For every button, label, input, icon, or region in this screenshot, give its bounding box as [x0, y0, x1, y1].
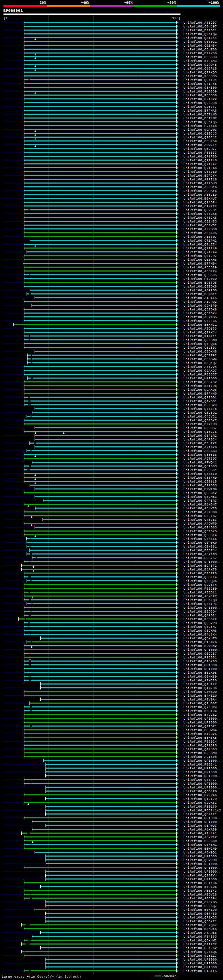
svg-text:UniRef100_P56289: UniRef100_P56289	[184, 587, 217, 591]
svg-text:UniRef100_A9NNB5: UniRef100_A9NNB5	[184, 316, 217, 319]
svg-text:~100%: ~100%	[209, 1, 220, 5]
svg-text:UniRef100_UPI000..: UniRef100_UPI000..	[184, 862, 221, 866]
svg-text:UniRef100_B3RZU6: UniRef100_B3RZU6	[184, 885, 217, 889]
svg-text:UniRef100_Q3HS00: UniRef100_Q3HS00	[184, 86, 217, 90]
svg-text:UniRef100_A8W7I1: UniRef100_A8W7I1	[184, 143, 217, 147]
svg-text:UniRef100_UPI000..: UniRef100_UPI000..	[184, 966, 221, 969]
svg-text:UniRef100_Q9GZV4: UniRef100_Q9GZV4	[184, 874, 217, 877]
svg-text:UniRef100_UPI000..: UniRef100_UPI000..	[184, 759, 221, 763]
svg-text:UniRef100_Q4N7D6: UniRef100_Q4N7D6	[184, 687, 217, 690]
svg-text:UniRef100_UPI000..: UniRef100_UPI000..	[184, 648, 221, 652]
svg-text:UniRef100_Q308L5: UniRef100_Q308L5	[184, 480, 217, 484]
svg-text:UniRef100_B9WIM9: UniRef100_B9WIM9	[184, 488, 217, 491]
svg-text:UniRef100_Q66JR8: UniRef100_Q66JR8	[184, 790, 217, 793]
svg-text:UniRef100_C4R6C4: UniRef100_C4R6C4	[184, 438, 217, 442]
svg-text:UniRef100_Q71F46: UniRef100_Q71F46	[184, 167, 217, 170]
svg-text:UniRef100_C0HJ97: UniRef100_C0HJ97	[184, 25, 217, 29]
svg-text:UniRef100_P63241-2: UniRef100_P63241-2	[184, 809, 221, 813]
svg-text:UniRef100_A7WQ41: UniRef100_A7WQ41	[184, 461, 217, 465]
svg-text:UniRef100_B9FY88: UniRef100_B9FY88	[184, 52, 217, 55]
svg-text:UniRef100_C5FLS7: UniRef100_C5FLS7	[184, 514, 217, 518]
svg-text:196|: 196|	[172, 17, 181, 20]
svg-text:UniRef100_A3LV26: UniRef100_A3LV26	[184, 507, 217, 510]
svg-text:UniRef100_B4FDE1: UniRef100_B4FDE1	[184, 29, 217, 32]
svg-text:UniRef100_C5DXH6: UniRef100_C5DXH6	[184, 350, 217, 353]
svg-text:UniRef100_UPI000..: UniRef100_UPI000..	[184, 767, 221, 770]
svg-text:UniRef100_A8I297: UniRef100_A8I297	[184, 21, 217, 25]
svg-text:UniRef100_Q3ZDK8: UniRef100_Q3ZDK8	[184, 308, 217, 312]
svg-text:UniRef100_P56336: UniRef100_P56336	[184, 94, 217, 97]
svg-text:UniRef100_UPI000..: UniRef100_UPI000..	[184, 817, 221, 820]
svg-text:UniRef100_UPI000..: UniRef100_UPI000..	[184, 606, 221, 610]
svg-text:UniRef100_B5LX05: UniRef100_B5LX05	[184, 671, 217, 675]
svg-text:UniRef100_A2I404: UniRef100_A2I404	[184, 756, 217, 759]
svg-text:|1: |1	[3, 17, 8, 20]
svg-text:UniRef100_B8BWG4: UniRef100_B8BWG4	[184, 729, 217, 732]
svg-text:UniRef100_B6K190: UniRef100_B6K190	[184, 908, 217, 912]
svg-text:UniRef100_C9J7B5: UniRef100_C9J7B5	[184, 901, 217, 904]
svg-text:UniRef100_B4JZP0: UniRef100_B4JZP0	[184, 572, 217, 575]
svg-text:UniRef100_A0CS94: UniRef100_A0CS94	[184, 897, 217, 900]
svg-text:=50char.: =50char.	[162, 975, 179, 978]
svg-text:UniRef100_A9PB16: UniRef100_A9PB16	[184, 186, 217, 189]
svg-text:UniRef100_Q710D1: UniRef100_Q710D1	[184, 396, 217, 399]
svg-text:UniRef100_Q753F8: UniRef100_Q753F8	[184, 407, 217, 411]
svg-text:UniRef100_A7E994: UniRef100_A7E994	[184, 365, 217, 369]
svg-text:UniRef100_Q93VP3: UniRef100_Q93VP3	[184, 622, 217, 625]
svg-text:UniRef100_A1Z3W7: UniRef100_A1Z3W7	[184, 235, 217, 239]
svg-text:UniRef100_Q3S4H9: UniRef100_Q3S4H9	[184, 476, 217, 480]
svg-text:UniRef100_Q10CJ3: UniRef100_Q10CJ3	[184, 132, 217, 135]
svg-text:UniRef100_C5HBN1: UniRef100_C5HBN1	[184, 843, 217, 847]
svg-text:UniRef100_A9PAY6: UniRef100_A9PAY6	[184, 189, 217, 193]
svg-text:UniRef100_UPI000..: UniRef100_UPI000..	[184, 377, 221, 380]
svg-text:UniRef100_Q71F45: UniRef100_Q71F45	[184, 83, 217, 86]
svg-text:UniRef100_B8MGI1: UniRef100_B8MGI1	[184, 293, 217, 296]
svg-text:UniRef100_A8XA59: UniRef100_A8XA59	[184, 828, 217, 832]
svg-text:UniRef100_C6ZHS4: UniRef100_C6ZHS4	[184, 44, 217, 48]
svg-text:UniRef100_A9T3D3: UniRef100_A9T3D3	[184, 457, 217, 461]
svg-text:UniRef100_Q71F49: UniRef100_Q71F49	[184, 247, 217, 250]
svg-text:UniRef100_B3TK36: UniRef100_B3TK36	[184, 881, 217, 885]
svg-text:UniRef100_A8NJF7: UniRef100_A8NJF7	[184, 595, 217, 598]
svg-text:UniRef100_Q2H067: UniRef100_Q2H067	[184, 702, 217, 705]
svg-text:UniRef100_A6YPI2: UniRef100_A6YPI2	[184, 836, 217, 839]
svg-text:UniRef100_B3LB29: UniRef100_B3LB29	[184, 404, 217, 407]
svg-text:UniRef100_A1D4L5: UniRef100_A1D4L5	[184, 296, 217, 300]
svg-text:UniRef100_C6HE56: UniRef100_C6HE56	[184, 538, 217, 541]
svg-text:UniRef100_Q9AXJ4: UniRef100_Q9AXJ4	[184, 331, 217, 334]
svg-text:UniRef100_Q9AXQ7: UniRef100_Q9AXQ7	[184, 369, 217, 373]
svg-text:UniRef100_C9S757: UniRef100_C9S757	[184, 557, 217, 560]
svg-text:UniRef100_Q53IP1: UniRef100_Q53IP1	[184, 603, 217, 606]
svg-text:UniRef100_C0NSS1: UniRef100_C0NSS1	[184, 545, 217, 549]
svg-text:UniRef100_Q71F47: UniRef100_Q71F47	[184, 163, 217, 166]
svg-text:UniRef100_Q9XI91: UniRef100_Q9XI91	[184, 79, 217, 82]
svg-text:UniRef100_Q4TBZ1: UniRef100_Q4TBZ1	[184, 725, 217, 728]
svg-text:UniRef100_B3MDX6: UniRef100_B3MDX6	[184, 928, 217, 931]
svg-text:UniRef100_B8AK76: UniRef100_B8AK76	[184, 568, 217, 571]
svg-text:UniRef100_Q6XHW2: UniRef100_Q6XHW2	[184, 939, 217, 942]
svg-text:UniRef100_Q6CCS7: UniRef100_Q6CCS7	[184, 652, 217, 655]
svg-text:UniRef100_O94083: UniRef100_O94083	[184, 526, 217, 530]
svg-text:UniRef100_B4J2E2: UniRef100_B4J2E2	[184, 713, 217, 717]
svg-text:UniRef100_UPI000..: UniRef100_UPI000..	[184, 866, 221, 870]
svg-text:UniRef100_Q42021: UniRef100_Q42021	[184, 614, 217, 617]
svg-text:UniRef100_UPI000..: UniRef100_UPI000..	[184, 721, 221, 724]
svg-text:UniRef100_B2DBM0: UniRef100_B2DBM0	[184, 752, 217, 755]
svg-text:(in Query)/: (in Query)/	[29, 975, 52, 978]
svg-text:UniRef100_Q5CYH7: UniRef100_Q5CYH7	[184, 625, 217, 629]
svg-text:UniRef100_C6SVE0: UniRef100_C6SVE0	[184, 170, 217, 174]
svg-text:UniRef100_C5GSW4: UniRef100_C5GSW4	[184, 358, 217, 361]
svg-text:UniRef100_C1BK63: UniRef100_C1BK63	[184, 660, 217, 663]
svg-text:UniRef100_C1GNZ6: UniRef100_C1GNZ6	[184, 641, 217, 644]
svg-text:UniRef100_UPI000..: UniRef100_UPI000..	[184, 821, 221, 824]
svg-text:UniRef100_Q6FLR2: UniRef100_Q6FLR2	[184, 434, 217, 438]
svg-text:UniRef100_Q5KHT0: UniRef100_Q5KHT0	[184, 637, 217, 640]
svg-text:Large gaps:: Large gaps:	[2, 975, 25, 978]
svg-text:UniRef100_Q23BQ5: UniRef100_Q23BQ5	[184, 950, 217, 954]
svg-text:UniRef100_C3UZ60: UniRef100_C3UZ60	[184, 48, 217, 51]
svg-text:UniRef100_Q0UQU6: UniRef100_Q0UQU6	[184, 579, 217, 583]
svg-text:UniRef100_C3KJ62: UniRef100_C3KJ62	[184, 947, 217, 950]
svg-text:UniRef100_Q6PQ38: UniRef100_Q6PQ38	[184, 342, 217, 346]
svg-text:UniRef100_C5L897: UniRef100_C5L897	[184, 346, 217, 350]
svg-text:UniRef100_P56337: UniRef100_P56337	[184, 373, 217, 377]
